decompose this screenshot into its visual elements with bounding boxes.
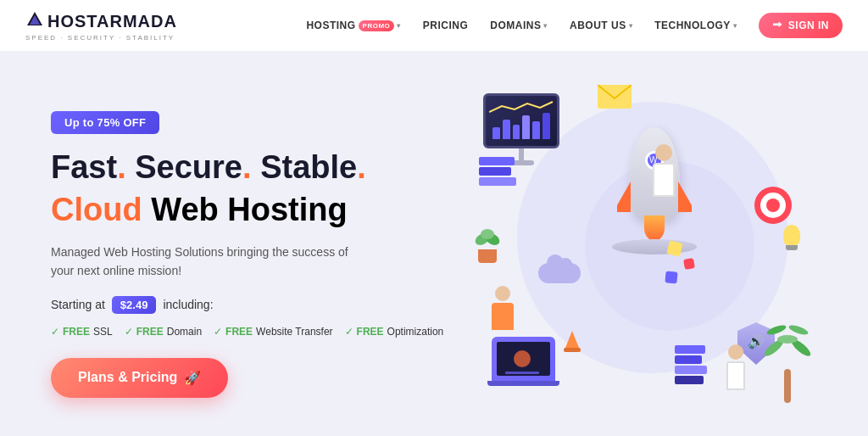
- person-scientist: [653, 144, 675, 197]
- rocket-fin-right: [678, 182, 692, 212]
- hero-section: Up to 75% OFF Fast. Secure. Stable. Clou…: [0, 51, 868, 436]
- check-icon-ssl: ✓: [51, 326, 59, 338]
- person-figure: [492, 286, 514, 330]
- price-badge: $2.49: [112, 296, 157, 314]
- rocket-platform: [612, 239, 697, 254]
- plant-small: [475, 229, 500, 263]
- nav-domains-label: DOMAINS: [490, 20, 541, 31]
- laptop-base: [487, 381, 559, 386]
- palm-leaves-container: [762, 327, 813, 369]
- pricing-line: Starting at $2.49 including:: [51, 296, 458, 314]
- plant-pot: [478, 249, 497, 263]
- hero-subtitle: Managed Web Hosting Solutions bringing t…: [51, 243, 373, 281]
- nav-pricing-label: PRICING: [423, 20, 469, 31]
- server-stack: [675, 345, 707, 386]
- book-3: [479, 177, 516, 186]
- cloud-shape: [538, 263, 581, 283]
- dot-1: .: [117, 149, 126, 185]
- target-inner: [766, 198, 780, 212]
- book-stack: [479, 157, 516, 187]
- nav-technology[interactable]: TECHNOLOGY ▾: [646, 14, 745, 36]
- palm-leaf-3: [777, 335, 798, 344]
- target-mid: [760, 193, 786, 218]
- plans-pricing-button[interactable]: Plans & Pricing 🚀: [51, 358, 228, 398]
- logo-name: HOSTARMADA: [25, 10, 177, 33]
- feature-free-optimization: FREE: [357, 326, 384, 338]
- server-3: [675, 366, 707, 374]
- scientist-head: [655, 144, 672, 161]
- rocket-icon: 🚀: [184, 370, 201, 386]
- pricing-prefix: Starting at: [51, 298, 105, 311]
- navbar: HOSTARMADA SPEED · SECURITY · STABILITY …: [0, 0, 868, 51]
- cone-base: [564, 348, 581, 352]
- hero-title-line2: Cloud Web Hosting: [51, 192, 458, 229]
- brand-tagline: SPEED · SECURITY · STABILITY: [25, 34, 175, 42]
- check-icon-transfer: ✓: [214, 326, 222, 338]
- palm-plant: [762, 327, 813, 403]
- laptop-area: [492, 286, 559, 386]
- nav-about[interactable]: ABOUT US ▾: [561, 14, 641, 36]
- nav-hosting[interactable]: HOSTING PROMO ▾: [298, 14, 409, 36]
- discount-badge: Up to 75% OFF: [51, 111, 159, 134]
- nav-pricing[interactable]: PRICING: [415, 14, 477, 36]
- chevron-down-icon-tech: ▾: [733, 22, 737, 30]
- feature-domain: ✓ FREE Domain: [125, 326, 202, 338]
- brand-name: HOSTARMADA: [47, 12, 177, 31]
- envelope-body: [598, 85, 632, 109]
- dot-2: .: [242, 149, 252, 185]
- svg-point-3: [514, 350, 531, 367]
- bulb-glass: [783, 225, 800, 245]
- nav-about-label: ABOUT US: [570, 20, 626, 31]
- person-head: [495, 286, 510, 301]
- nav-hosting-label: HOSTING: [306, 20, 355, 31]
- cloud-word: Cloud: [51, 192, 142, 227]
- feature-free-transfer: FREE: [225, 326, 253, 338]
- hero-content: Up to 75% OFF Fast. Secure. Stable. Clou…: [51, 111, 458, 397]
- cloud-bump-2: [559, 258, 572, 271]
- signin-button[interactable]: ⮕ SIGN IN: [759, 13, 843, 38]
- chart-bar-3: [513, 125, 520, 140]
- features-list: ✓ FREE SSL ✓ FREE Domain ✓ FREE Website …: [51, 326, 458, 338]
- target: [754, 187, 792, 224]
- hero-illustration: W: [475, 76, 817, 433]
- dot-3: .: [357, 149, 366, 185]
- chevron-down-icon-domains: ▾: [543, 22, 548, 30]
- lightbulb: [783, 225, 800, 250]
- target-outer: [754, 187, 792, 224]
- leaf-3: [481, 229, 494, 239]
- web-hosting-text: Web Hosting: [151, 192, 348, 227]
- rocket-flame: [644, 215, 665, 241]
- bulb-base: [786, 245, 798, 250]
- chevron-down-icon-about: ▾: [629, 22, 633, 30]
- feature-free-ssl: FREE: [63, 326, 90, 338]
- check-icon-optimization: ✓: [345, 326, 353, 338]
- cloud-body: [538, 263, 581, 283]
- feature-transfer: ✓ FREE Website Transfer: [214, 326, 333, 338]
- palm-trunk: [784, 369, 791, 403]
- cube-red: [683, 258, 695, 270]
- chart-bar-4: [522, 115, 530, 139]
- feature-optimization-label: Optimization: [387, 326, 444, 338]
- person-body: [492, 303, 514, 330]
- plans-pricing-label: Plans & Pricing: [78, 370, 177, 385]
- chart-bar-1: [492, 127, 500, 139]
- cone-shape: [565, 331, 579, 348]
- nav-domains[interactable]: DOMAINS ▾: [481, 14, 556, 36]
- chart-bar-2: [503, 120, 510, 139]
- cube-blue: [665, 271, 677, 283]
- logo-icon: [25, 10, 44, 33]
- envelope: [598, 85, 632, 109]
- signin-label: SIGN IN: [788, 20, 829, 31]
- plant-leaves: [475, 229, 500, 249]
- hero-title-line1: Fast. Secure. Stable.: [51, 149, 458, 187]
- logo[interactable]: HOSTARMADA SPEED · SECURITY · STABILITY: [25, 10, 177, 42]
- feature-ssl-label: SSL: [93, 326, 113, 338]
- promo-badge: PROMO: [359, 20, 395, 31]
- nav-technology-label: TECHNOLOGY: [654, 20, 731, 31]
- person-megaphone: [726, 344, 745, 390]
- feature-domain-label: Domain: [167, 326, 202, 338]
- megaphone-person-head: [728, 344, 743, 360]
- book-2: [479, 167, 511, 176]
- traffic-cone: [564, 331, 581, 352]
- monitor: [483, 93, 559, 165]
